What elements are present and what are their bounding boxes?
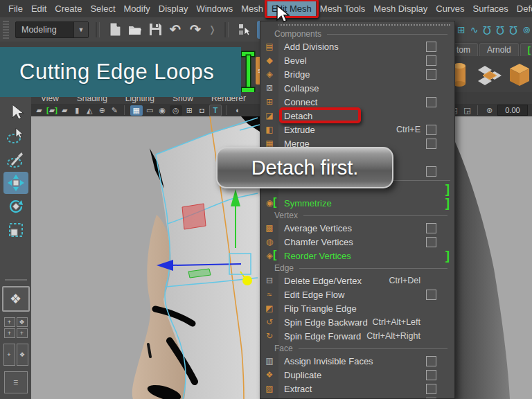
menubar-item-modify[interactable]: Modify — [120, 1, 154, 16]
menu-item-collapse[interactable]: ⊠Collapse — [260, 81, 454, 95]
pan-zoom-icon[interactable]: ⊕ — [97, 105, 107, 116]
image-plane-icon[interactable]: ◭ — [85, 105, 95, 116]
safe-title-icon[interactable]: T — [209, 105, 222, 116]
gate-mask-icon[interactable]: ◎ — [170, 105, 182, 116]
chevron-down-icon[interactable]: ▼ — [73, 22, 88, 37]
menu-item-bevel[interactable]: ◆Bevel — [260, 53, 454, 67]
undo-icon[interactable]: ↶ — [167, 21, 184, 38]
shelf-tab-b[interactable]: [B — [520, 43, 532, 56]
film-gate-icon[interactable]: ▭ — [145, 105, 155, 116]
toolbar-grip[interactable] — [3, 21, 9, 39]
select-tool[interactable] — [3, 101, 28, 124]
layout-outliner-pane-button[interactable]: ☰ — [4, 371, 28, 393]
menu-item-spin-edge-backward[interactable]: ↺Spin Edge BackwardCtrl+Alt+Left — [260, 315, 454, 329]
menubar-item-edit-mesh[interactable]: Edit Mesh — [267, 1, 316, 16]
menu-item-average-vertices[interactable]: ▩Average Vertices — [260, 221, 454, 235]
option-box[interactable] — [426, 384, 436, 394]
menu-item-poke[interactable]: ⊡Poke — [260, 396, 454, 399]
menubar-item-mesh-tools[interactable]: Mesh Tools — [316, 1, 370, 16]
menubar-item-windows[interactable]: Windows — [192, 1, 237, 16]
menubar-item-select[interactable]: Select — [86, 1, 119, 16]
snap-projected-center-icon[interactable]: Ω — [496, 24, 504, 35]
lasso-tool[interactable] — [3, 125, 28, 148]
menu-item-connect[interactable]: ⊞Connect — [260, 95, 454, 109]
scale-tool[interactable] — [3, 218, 28, 241]
exposure-icon[interactable]: ⊛ — [484, 105, 495, 116]
make-live-icon[interactable]: ⊚ — [522, 24, 531, 35]
option-box[interactable] — [426, 125, 436, 135]
paint-select-tool[interactable] — [3, 148, 28, 171]
menu-item-flip-triangle-edge[interactable]: ◩Flip Triangle Edge — [260, 301, 454, 315]
snap-curve-icon[interactable]: ∿ — [470, 24, 479, 35]
menu-item-add-divisions[interactable]: ▤Add Divisions — [260, 39, 454, 53]
option-box[interactable] — [426, 223, 436, 233]
menu-item-bridge[interactable]: ◈Bridge — [260, 67, 454, 81]
option-box[interactable] — [426, 55, 436, 66]
option-box[interactable] — [426, 42, 436, 52]
menubar-item-file[interactable]: File — [4, 1, 27, 16]
menu-tearoff-handle[interactable] — [265, 21, 450, 28]
resolution-gate-icon[interactable]: ◉ — [157, 105, 168, 116]
option-box[interactable] — [426, 370, 436, 380]
menu-item-extrude[interactable]: ◧ExtrudeCtrl+E — [260, 123, 454, 136]
poly-plane-stack-icon[interactable] — [478, 66, 502, 85]
menu-item-symmetrize[interactable]: ◉[Symmetrize] — [260, 196, 454, 210]
menubar-item-mesh-display[interactable]: Mesh Display — [369, 1, 432, 16]
option-box[interactable] — [426, 356, 436, 366]
menu-set-selector[interactable]: Modeling ▼ — [15, 21, 89, 38]
field-chart-icon[interactable]: ⊞ — [184, 105, 195, 116]
menubar-item-create[interactable]: Create — [51, 1, 86, 16]
menu-item-chamfer-vertices[interactable]: ◍Chamfer Vertices — [260, 235, 454, 249]
poly-cube-icon[interactable] — [510, 64, 529, 86]
save-scene-icon[interactable] — [147, 21, 163, 38]
layout-four-pane-button[interactable]: +❖++ — [4, 317, 28, 338]
menu-section-edge: Edge — [260, 263, 454, 274]
open-scene-icon[interactable] — [127, 21, 143, 38]
bookmark-icon[interactable]: ▮ — [72, 105, 82, 116]
toolbar-expand-icon[interactable]: ❭ — [209, 24, 216, 35]
menu-item-duplicate[interactable]: ❖Duplicate — [260, 368, 454, 382]
menubar-item-surfaces[interactable]: Surfaces — [469, 1, 513, 16]
redo-icon[interactable]: ↷ — [187, 21, 204, 38]
menu-item-assign-invisible-faces[interactable]: ▥Assign Invisible Faces — [260, 354, 454, 368]
safe-action-icon[interactable]: ◘ — [197, 105, 207, 116]
snap-view-plane-icon[interactable]: Ω — [509, 24, 517, 35]
snap-grid-icon[interactable]: ⊞ — [457, 24, 466, 35]
option-box[interactable] — [426, 237, 436, 247]
shaded-display-icon[interactable]: ◖ — [232, 105, 242, 116]
option-box[interactable] — [426, 139, 436, 149]
menubar-item-curves[interactable]: Curves — [432, 1, 468, 16]
menu-item-extract[interactable]: ▨Extract — [260, 382, 454, 396]
grease-pencil-icon[interactable]: ✎ — [109, 105, 120, 116]
camera-select-icon[interactable]: ▰ — [60, 105, 70, 116]
option-box[interactable] — [426, 290, 436, 300]
manipulator-center-handle[interactable] — [242, 276, 252, 285]
grid-icon[interactable]: ▦ — [130, 105, 143, 116]
menubar-item-edit[interactable]: Edit — [27, 1, 51, 16]
select-hierarchy-icon[interactable] — [236, 21, 254, 39]
option-box[interactable] — [426, 69, 436, 80]
rotate-tool[interactable] — [3, 195, 28, 218]
menubar-item-display[interactable]: Display — [154, 1, 193, 16]
menubar-item-mesh[interactable]: Mesh — [237, 1, 267, 16]
tool-box: ❖ +❖++ +❖ ☰ — [0, 97, 31, 399]
snap-point-icon[interactable]: Ω — [483, 24, 491, 35]
option-box[interactable] — [426, 166, 436, 177]
shelf-tab-arnold[interactable]: Arnold — [479, 43, 519, 56]
camera-lock-icon[interactable]: [▰] — [46, 105, 57, 116]
option-box[interactable] — [426, 97, 436, 107]
selected-face-red[interactable] — [182, 204, 206, 229]
layout-two-pane-button[interactable]: +❖ — [3, 344, 28, 366]
menu-item-spin-edge-forward[interactable]: ↻Spin Edge ForwardCtrl+Alt+Right — [260, 329, 454, 343]
layout-single-pane-button[interactable]: ❖ — [2, 286, 30, 312]
menu-item-edit-edge-flow[interactable]: ≈Edit Edge Flow — [260, 287, 454, 301]
menubar-item-deform[interactable]: Deform — [513, 1, 532, 16]
menu-item-detach[interactable]: ◪Detach — [260, 109, 454, 123]
new-scene-icon[interactable] — [107, 21, 123, 38]
menu-item-delete-edge-vertex[interactable]: ⊟Delete Edge/VertexCtrl+Del — [260, 274, 454, 287]
menu-item-reorder-vertices[interactable]: ◈[Reorder Vertices] — [260, 249, 454, 263]
pane-camera-icon[interactable]: ▰ — [34, 105, 44, 116]
rotate-snap-value[interactable]: 0.00 — [497, 105, 528, 116]
move-tool[interactable] — [3, 172, 28, 195]
onion-skin-icon[interactable]: ◲ — [462, 105, 472, 116]
